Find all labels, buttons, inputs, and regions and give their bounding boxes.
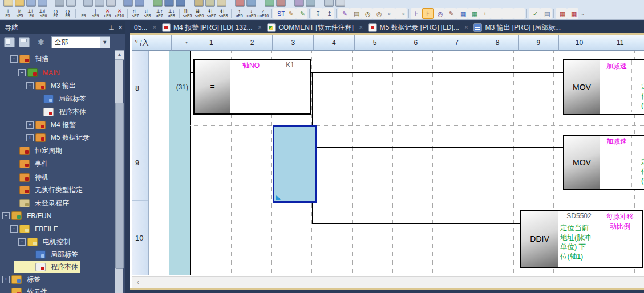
tree-item-FBFILE[interactable]: −FBFILE	[0, 223, 60, 235]
expand-icon[interactable]: +	[2, 276, 10, 283]
tree-item-无执行类型指定[interactable]: −无执行类型指定	[0, 184, 85, 196]
scroll-up-icon[interactable]: ▲	[115, 50, 124, 60]
device-list-icon[interactable]: ◎	[434, 8, 445, 19]
collapse-icon[interactable]: −	[10, 225, 18, 233]
tab-close-icon[interactable]: ✕	[358, 25, 364, 30]
instruction-cell[interactable]: MOV	[564, 136, 600, 189]
tree-scrollbar[interactable]: ▲	[115, 50, 123, 293]
device-memory-search-icon[interactable]: ▦	[456, 8, 468, 19]
settings-gear-icon[interactable]: ✱	[38, 38, 44, 47]
read-from-plc-icon[interactable]	[246, 0, 256, 7]
st-inline-icon[interactable]: ST	[273, 8, 285, 19]
zoom-level-icon[interactable]	[335, 0, 345, 7]
online-check-icon[interactable]	[294, 0, 304, 7]
compare-instruction-block[interactable]: = 轴NO K1	[193, 59, 311, 115]
tree-item-FB/FUN[interactable]: −FB/FUN	[0, 210, 54, 222]
pulse-negate-button[interactable]: ⇈⊢saF5	[181, 8, 193, 19]
falling-pulse-button[interactable]: ↓⊢sF8	[141, 8, 153, 19]
horizontal-scrollbar[interactable]: ‹	[132, 276, 644, 288]
tree-item-未登录程序[interactable]: −未登录程序	[0, 197, 71, 209]
document-tab[interactable]: COMMENT [软元件注释]	[263, 21, 358, 34]
display-expand-icon[interactable]: +	[479, 8, 491, 19]
instruction-cell[interactable]: DDIV	[521, 211, 558, 267]
pin-icon[interactable]: ⊥	[107, 24, 116, 31]
tree-filter-dropdown[interactable]: 全部 ▼	[51, 36, 110, 48]
save-all-icon[interactable]	[38, 0, 47, 7]
tree-item-局部标签[interactable]: −局部标签	[0, 93, 88, 105]
insert-row-icon[interactable]: ↧	[311, 8, 323, 19]
tree-item-恒定周期[interactable]: −恒定周期	[0, 145, 64, 157]
edit-statement-icon[interactable]: ✎	[296, 8, 307, 19]
tree-item-扫描[interactable]: −扫描	[0, 53, 51, 65]
tree-item-软元件[interactable]: −软元件	[0, 286, 50, 293]
tree-item-待机[interactable]: −待机	[0, 172, 51, 184]
rising-pulse-button[interactable]: ↑⊢sF7	[129, 8, 141, 19]
rising-edge-button[interactable]: ↑aF5	[233, 8, 245, 19]
undo-icon[interactable]	[123, 0, 133, 7]
monitor-mode-icon[interactable]	[265, 0, 274, 7]
check-program-icon[interactable]: ✓	[529, 8, 540, 19]
redo-icon[interactable]	[135, 0, 144, 7]
open-project-icon[interactable]	[15, 0, 25, 7]
safety-program-1-icon[interactable]: ▦	[556, 8, 567, 19]
previous-step-icon[interactable]: ⇤	[384, 8, 395, 19]
pulse-negate-branch-button[interactable]: ⇞⊢saF7	[205, 8, 217, 19]
next-step-icon[interactable]: ⇥	[395, 8, 407, 19]
falling-edge-button[interactable]: ↓caF5	[245, 8, 257, 19]
tab-close-icon[interactable]: ✕	[151, 25, 158, 30]
device-search-icon[interactable]: ◎	[361, 8, 372, 19]
simulation-icon[interactable]	[306, 0, 315, 7]
delete-row-icon[interactable]: ↥	[323, 8, 334, 19]
tree-item-局部标签[interactable]: −局部标签	[0, 249, 80, 261]
invert-result-button[interactable]: ⁄caF10	[257, 8, 269, 19]
tree-item-标签[interactable]: +标签	[0, 274, 43, 286]
copy-icon[interactable]	[95, 0, 104, 7]
display-collapse-icon[interactable]: −	[491, 8, 502, 19]
tree-item-M3 输出[interactable]: −M3 输出	[0, 80, 78, 92]
toolbar-overflow-icon[interactable]: ⌄	[581, 11, 585, 17]
options-table-icon[interactable]: ▤	[540, 8, 552, 19]
expand-icon[interactable]: +	[26, 121, 34, 129]
program-check-icon[interactable]	[153, 0, 163, 7]
delete-vertical-line-button[interactable]: ✕cF10	[114, 8, 125, 19]
tree-item-程序本体[interactable]: −程序本体	[0, 261, 80, 273]
operand2-value[interactable]: K1	[271, 61, 309, 69]
open-contact-button[interactable]: ⊣⊢F5	[2, 8, 14, 19]
monitor-write-icon[interactable]	[276, 0, 286, 7]
zoom-icon[interactable]	[324, 0, 334, 7]
instruction-cell[interactable]: MOV	[564, 60, 600, 114]
chevron-down-icon[interactable]: ▼	[100, 37, 110, 48]
note-icon[interactable]	[217, 0, 226, 7]
tree-item-M5 数据记录[interactable]: +M5 数据记录	[0, 132, 92, 144]
device-memory-write-icon[interactable]: ▦	[468, 8, 479, 19]
build-icon[interactable]	[164, 0, 174, 7]
chevron-down-icon[interactable]: ▾	[185, 40, 188, 45]
pulse-negate-close-button[interactable]: ⇊⊢saF6	[193, 8, 205, 19]
scroll-left-icon[interactable]: ‹	[132, 277, 144, 288]
delete-horizontal-line-button[interactable]: ✕cF9	[102, 8, 114, 19]
cut-icon[interactable]	[83, 0, 93, 7]
comment-display-icon[interactable]: ≡	[502, 8, 513, 19]
statement-display-icon[interactable]: ≡	[513, 8, 525, 19]
expand-collapse-icon[interactable]	[19, 37, 30, 47]
closed-branch-button[interactable]: ⊥/⊢sF6	[38, 8, 50, 19]
instruction-cell[interactable]: =	[195, 60, 230, 113]
vertical-line-button[interactable]: │sF9	[90, 8, 102, 19]
pulse-negate-branch-close-button[interactable]: ⇟⊢saF8	[217, 8, 229, 19]
read-mode-icon[interactable]: ▤	[350, 8, 361, 19]
paste-icon[interactable]	[106, 0, 116, 7]
new-project-icon[interactable]	[3, 0, 13, 7]
tree-item-电机控制[interactable]: −电机控制	[0, 236, 72, 248]
close-icon[interactable]: ✕	[116, 24, 125, 31]
document-tab[interactable]: M5 数据记录 [PRG] [LD]...	[364, 21, 463, 34]
closed-contact-button[interactable]: ⊣/⊢sF5	[14, 8, 26, 19]
tree-item-程序本体[interactable]: −程序本体	[0, 106, 88, 118]
horizontal-line-button[interactable]: ─F9	[78, 8, 90, 19]
open-branch-button[interactable]: ⊥⊢F6	[26, 8, 38, 19]
scrollbar-thumb[interactable]	[115, 103, 124, 269]
collapse-icon[interactable]: −	[10, 55, 18, 63]
statement-icon[interactable]	[205, 0, 215, 7]
collapse-icon[interactable]: −	[26, 82, 34, 89]
device-comment-icon[interactable]	[194, 0, 204, 7]
safety-program-2-icon[interactable]: ▦	[567, 8, 578, 19]
